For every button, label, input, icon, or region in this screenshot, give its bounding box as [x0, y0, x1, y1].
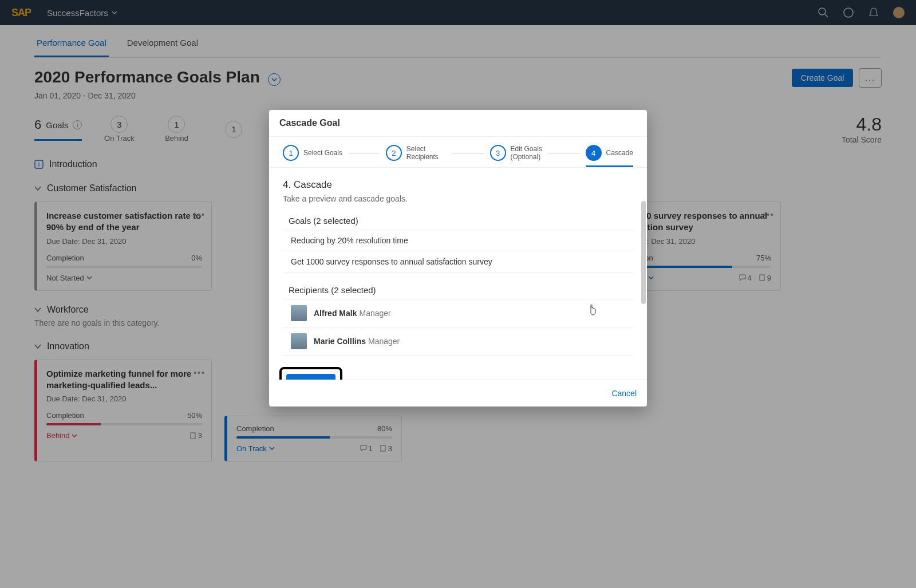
goal-item: Get 1000 survey responses to annual sati… [283, 251, 633, 273]
step-select-goals[interactable]: 1 Select Goals [283, 145, 342, 161]
step-subtext: Take a preview and cascade goals. [283, 194, 633, 203]
modal-title: Cascade Goal [269, 110, 647, 137]
recipient-name: Alfred Malk [314, 309, 357, 318]
step-number: 1 [283, 145, 299, 161]
cursor-pointer-icon [587, 303, 598, 318]
step-number: 3 [490, 145, 506, 161]
cascade-goal-modal: Cascade Goal 1 Select Goals 2 Select Rec… [269, 110, 647, 407]
recipient-avatar [291, 305, 307, 321]
cascade-button[interactable]: Cascade [286, 374, 335, 380]
goal-item: Reducing by 20% resolution time [283, 230, 633, 251]
scrollbar-thumb[interactable] [641, 201, 646, 304]
step-connector [452, 153, 484, 153]
wizard-stepper: 1 Select Goals 2 Select Recipients 3 Edi… [269, 137, 647, 168]
cascade-button-highlight: Cascade [279, 367, 342, 380]
step-label: Edit Goals(Optional) [511, 145, 542, 161]
step-connector [548, 153, 580, 153]
step-label: Select Recipients [406, 145, 447, 161]
recipient-role: Manager [368, 337, 400, 346]
modal-footer: Cancel [269, 380, 647, 407]
step-select-recipients[interactable]: 2 Select Recipients [386, 145, 447, 161]
recipient-name: Marie Colllins [314, 337, 366, 346]
step-number: 4 [586, 145, 602, 161]
step-connector [348, 153, 380, 153]
cancel-button[interactable]: Cancel [611, 389, 637, 398]
recipient-item: Alfred MalkManager [283, 299, 633, 327]
modal-overlay: Cascade Goal 1 Select Goals 2 Select Rec… [0, 0, 916, 588]
step-cascade[interactable]: 4 Cascade [586, 145, 633, 167]
recipient-item: Marie ColllinsManager [283, 327, 633, 356]
recipient-role: Manager [359, 309, 390, 318]
step-label: Cascade [606, 149, 633, 157]
recipients-selected-header: Recipients (2 selected) [283, 285, 633, 295]
recipient-avatar [291, 333, 307, 349]
step-label: Select Goals [303, 149, 342, 157]
goals-selected-header: Goals (2 selected) [283, 216, 633, 226]
step-number: 2 [386, 145, 402, 161]
step-edit-goals[interactable]: 3 Edit Goals(Optional) [490, 145, 542, 161]
step-heading: 4. Cascade [283, 179, 633, 191]
modal-body: 4. Cascade Take a preview and cascade go… [269, 168, 647, 380]
